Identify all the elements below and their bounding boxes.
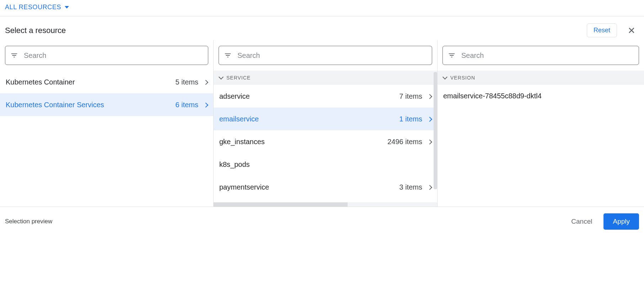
filter-icon	[10, 51, 18, 59]
selection-preview-label: Selection preview	[5, 218, 563, 225]
resource-type-label: Kubernetes Container Services	[6, 101, 176, 109]
search-box-col2[interactable]	[219, 46, 432, 65]
service-count: 3 items	[399, 183, 422, 191]
resource-type-row[interactable]: Kubernetes Container5 items	[0, 71, 213, 93]
apply-button[interactable]: Apply	[603, 213, 639, 230]
chevron-down-icon	[442, 75, 447, 80]
search-input-col2[interactable]	[237, 51, 427, 60]
chevron-right-icon	[427, 94, 432, 99]
resource-type-row[interactable]: Kubernetes Container Services6 items	[0, 93, 213, 116]
resource-type-column: Kubernetes Container5 itemsKubernetes Co…	[0, 40, 213, 207]
version-item[interactable]: emailservice-78455c88d9-dktl4	[438, 85, 644, 107]
service-label: adservice	[219, 92, 399, 100]
service-count: 2496 items	[387, 138, 422, 146]
all-resources-label: ALL RESOURCES	[5, 4, 61, 11]
search-input-col1[interactable]	[23, 51, 203, 60]
search-box-col1[interactable]	[5, 46, 208, 65]
chevron-right-icon	[427, 139, 432, 144]
service-row[interactable]: emailservice1 items	[214, 108, 437, 130]
chevron-down-icon	[219, 75, 224, 80]
caret-down-icon	[65, 6, 69, 9]
service-count: 7 items	[399, 92, 422, 100]
filter-icon	[448, 51, 456, 59]
version-header-label: VERSION	[450, 75, 475, 81]
cancel-button[interactable]: Cancel	[563, 214, 600, 229]
chevron-right-icon	[427, 185, 432, 190]
version-group-header[interactable]: VERSION	[438, 71, 644, 85]
resource-type-count: 6 items	[176, 101, 198, 109]
service-header-label: SERVICE	[226, 75, 251, 81]
service-row[interactable]: gke_instances2496 items	[214, 130, 437, 153]
all-resources-dropdown[interactable]: ALL RESOURCES	[5, 4, 69, 11]
chevron-right-icon	[427, 116, 432, 121]
service-row[interactable]: adservice7 items	[214, 85, 437, 108]
search-input-col3[interactable]	[461, 51, 634, 60]
service-count: 1 items	[399, 115, 422, 123]
close-icon[interactable]: ✕	[624, 26, 639, 35]
version-column: VERSION emailservice-78455c88d9-dktl4	[437, 40, 644, 207]
service-row[interactable]: paymentservice3 items	[214, 176, 437, 198]
service-label: emailservice	[219, 115, 399, 123]
resource-type-label: Kubernetes Container	[6, 78, 176, 86]
service-label: gke_instances	[219, 138, 387, 146]
service-label: k8s_pods	[219, 160, 431, 169]
filter-icon	[224, 51, 232, 59]
service-row[interactable]: k8s_pods	[214, 153, 437, 176]
scrollbar-vertical[interactable]	[434, 72, 437, 189]
search-box-col3[interactable]	[442, 46, 639, 65]
service-group-header[interactable]: SERVICE	[214, 71, 437, 85]
service-column: SERVICE adservice7 itemsemailservice1 it…	[213, 40, 437, 207]
chevron-right-icon	[203, 80, 208, 84]
resource-type-count: 5 items	[176, 78, 198, 86]
page-title: Select a resource	[5, 26, 587, 35]
reset-button[interactable]: Reset	[587, 23, 617, 37]
scrollbar-horizontal-track[interactable]	[214, 202, 437, 207]
service-label: paymentservice	[219, 183, 399, 191]
chevron-right-icon	[203, 102, 208, 107]
scrollbar-horizontal-thumb[interactable]	[214, 202, 348, 207]
